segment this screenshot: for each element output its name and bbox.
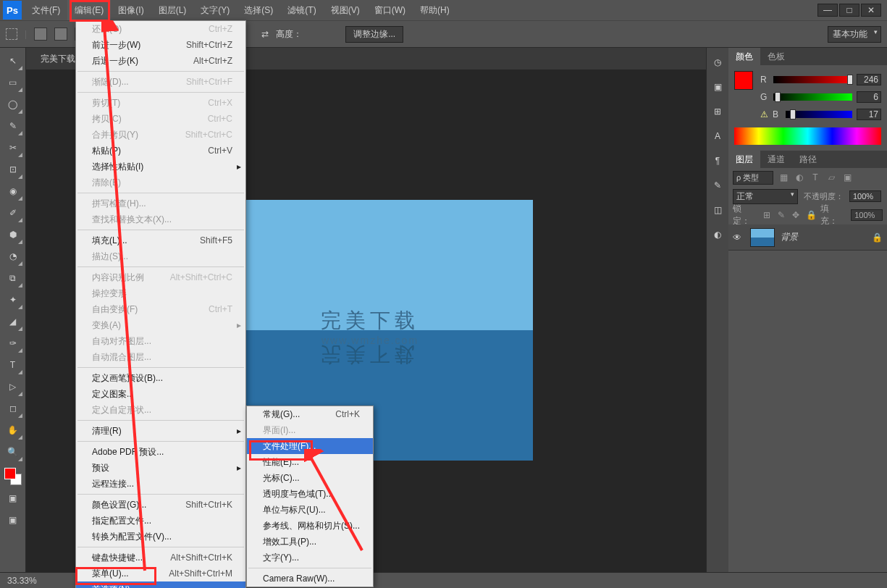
tool-1[interactable]: ▭ [4, 74, 22, 91]
filter-text-icon[interactable]: T [810, 172, 821, 183]
tool-2[interactable]: ◯ [4, 96, 22, 113]
tab-paths[interactable]: 路径 [792, 151, 824, 168]
menu-item[interactable]: 参考线、网格和切片(S)... [247, 518, 373, 534]
menu-7[interactable]: 视图(V) [324, 0, 367, 20]
menu-item[interactable]: 键盘快捷键...Alt+Shift+Ctrl+K [76, 550, 245, 566]
lock-transparent-icon[interactable]: ⊞ [763, 210, 773, 220]
properties-panel-icon[interactable]: ⊞ [710, 104, 725, 119]
lock-all-icon[interactable]: 🔒 [806, 210, 816, 220]
tab-color[interactable]: 颜色 [728, 48, 760, 65]
paragraph-panel-icon[interactable]: ¶ [710, 154, 725, 168]
layer-thumbnail[interactable] [750, 228, 775, 247]
spectrum-bar[interactable] [734, 127, 881, 145]
fill-value[interactable]: 100% [851, 209, 883, 221]
close-button[interactable]: ✕ [861, 4, 881, 17]
tool-12[interactable]: ◢ [4, 313, 22, 330]
menu-9[interactable]: 帮助(H) [413, 0, 457, 20]
filter-pixel-icon[interactable]: ▦ [778, 172, 789, 183]
menu-item[interactable]: 定义画笔预设(B)... [76, 370, 245, 386]
visibility-icon[interactable]: 👁 [733, 232, 744, 243]
zoom-level[interactable]: 33.33% [7, 576, 37, 586]
menu-item[interactable]: Adobe PDF 预设... [76, 444, 245, 460]
menu-1[interactable]: 编辑(E) [67, 0, 111, 20]
quick-mask-icon[interactable]: ▣ [4, 490, 22, 507]
tool-14[interactable]: T [4, 356, 22, 374]
actions-panel-icon[interactable]: ▣ [710, 80, 725, 94]
menu-4[interactable]: 文字(Y) [193, 0, 237, 20]
menu-item[interactable]: 菜单(U)...Alt+Shift+Ctrl+M [76, 566, 245, 581]
menu-item[interactable]: 清理(R) [76, 423, 245, 439]
menu-8[interactable]: 窗口(W) [367, 0, 413, 20]
tool-15[interactable]: ▷ [4, 378, 22, 395]
tool-11[interactable]: ✦ [4, 291, 22, 308]
lock-pixels-icon[interactable]: ✎ [778, 210, 788, 220]
adjustments-panel-icon[interactable]: ◐ [710, 227, 725, 242]
tool-3[interactable]: ✎ [4, 117, 22, 135]
menu-item[interactable]: 颜色设置(G)...Shift+Ctrl+K [76, 497, 245, 513]
opacity-value[interactable]: 100% [849, 190, 881, 202]
tab-layers[interactable]: 图层 [728, 151, 760, 168]
r-slider[interactable] [773, 76, 852, 83]
refine-edge-button[interactable]: 调整边缘... [345, 26, 403, 43]
tab-channels[interactable]: 通道 [760, 151, 792, 168]
menu-item[interactable]: 后退一步(K)Alt+Ctrl+Z [76, 53, 245, 69]
selection-mode-new-icon[interactable] [34, 28, 47, 41]
swap-icon[interactable]: ⇄ [261, 29, 269, 39]
menu-5[interactable]: 选择(S) [237, 0, 280, 20]
screen-mode-icon[interactable]: ▣ [4, 511, 22, 529]
layer-name[interactable]: 背景 [781, 231, 798, 243]
tool-4[interactable]: ✂ [4, 139, 22, 156]
menu-item[interactable]: 转换为配置文件(V)... [76, 529, 245, 545]
filter-type-dropdown[interactable]: ρ 类型 [733, 171, 773, 185]
minimize-button[interactable]: — [817, 4, 838, 17]
tool-9[interactable]: ◔ [4, 248, 22, 265]
menu-2[interactable]: 图像(I) [111, 0, 151, 20]
tool-7[interactable]: ✐ [4, 204, 22, 222]
menu-item[interactable]: 文字(Y)... [247, 550, 373, 566]
tool-6[interactable]: ◉ [4, 182, 22, 200]
menu-item[interactable]: 首选项(N) [76, 581, 245, 588]
menu-item[interactable]: 填充(L)...Shift+F5 [76, 232, 245, 248]
history-panel-icon[interactable]: ◷ [710, 55, 725, 70]
tool-18[interactable]: 🔍 [4, 443, 22, 461]
char-panel-icon[interactable]: A [710, 129, 725, 143]
menu-item[interactable]: 透明度与色域(T)... [247, 486, 373, 502]
b-value[interactable]: 17 [857, 109, 881, 120]
styles-panel-icon[interactable]: ◫ [710, 203, 725, 217]
tool-16[interactable]: ◻ [4, 400, 22, 417]
lock-position-icon[interactable]: ✥ [792, 210, 802, 220]
tool-13[interactable]: ✑ [4, 335, 22, 352]
menu-item[interactable]: 常规(G)...Ctrl+K [247, 406, 373, 422]
workspace-preset-dropdown[interactable]: 基本功能 [828, 26, 881, 43]
menu-item[interactable]: 指定配置文件... [76, 513, 245, 529]
color-swatch[interactable] [4, 468, 22, 485]
menu-item[interactable]: 远程连接... [76, 476, 245, 492]
filter-smart-icon[interactable]: ▣ [841, 172, 853, 183]
tab-swatches[interactable]: 色板 [760, 48, 792, 65]
r-value[interactable]: 246 [857, 74, 881, 85]
filter-adjust-icon[interactable]: ◐ [794, 172, 805, 183]
blend-mode-dropdown[interactable]: 正常 [733, 189, 798, 204]
layer-row[interactable]: 👁 背景 🔒 [728, 224, 887, 251]
menu-item[interactable]: 单位与标尺(U)... [247, 502, 373, 518]
menu-item[interactable]: Camera Raw(W)... [247, 571, 373, 587]
tool-17[interactable]: ✋ [4, 421, 22, 439]
maximize-button[interactable]: □ [839, 4, 859, 17]
filter-shape-icon[interactable]: ▱ [825, 172, 837, 183]
selection-mode-add-icon[interactable] [54, 28, 67, 41]
tool-10[interactable]: ⧉ [4, 269, 22, 287]
menu-item[interactable]: 选择性粘贴(I) [76, 159, 245, 175]
foreground-color-swatch[interactable] [734, 71, 753, 90]
menu-0[interactable]: 文件(F) [25, 0, 67, 20]
b-slider[interactable] [786, 111, 852, 118]
g-slider[interactable] [773, 93, 852, 101]
menu-item[interactable]: 粘贴(P)Ctrl+V [76, 143, 245, 159]
menu-item[interactable]: 前进一步(W)Shift+Ctrl+Z [76, 37, 245, 53]
menu-item[interactable]: 光标(C)... [247, 470, 373, 486]
g-value[interactable]: 6 [857, 91, 881, 103]
brush-panel-icon[interactable]: ✎ [710, 178, 725, 193]
menu-6[interactable]: 滤镜(T) [280, 0, 323, 20]
menu-3[interactable]: 图层(L) [151, 0, 194, 20]
menu-item[interactable]: 增效工具(P)... [247, 534, 373, 550]
tool-5[interactable]: ⊡ [4, 161, 22, 178]
